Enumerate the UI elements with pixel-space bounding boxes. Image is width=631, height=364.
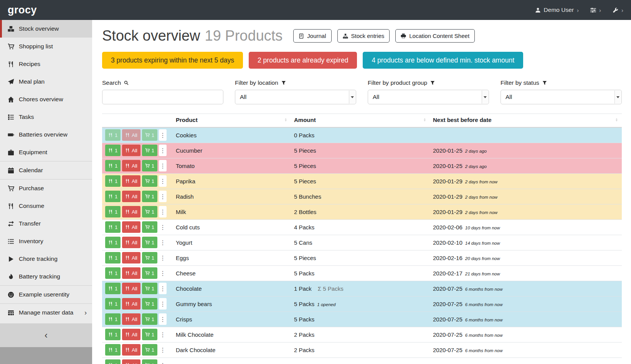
consume-all-button[interactable]: All <box>122 206 140 217</box>
consume-all-button[interactable]: All <box>122 313 140 325</box>
grocy-logo[interactable]: grocy <box>8 4 37 16</box>
add-to-shopping-list-button[interactable]: 1 <box>142 252 157 264</box>
add-to-shopping-list-button[interactable]: 1 <box>142 283 157 294</box>
row-menu-button[interactable]: ⋮ <box>159 237 167 248</box>
add-to-shopping-list-button[interactable]: 1 <box>142 329 157 340</box>
admin-menu[interactable]: › <box>613 7 623 13</box>
column-header-amount[interactable]: Amount <box>291 114 430 128</box>
column-header-next-best-before-date[interactable]: Next best before date <box>430 114 622 128</box>
consume-one-button[interactable]: 1 <box>105 298 121 310</box>
sidebar-item-equipment[interactable]: Equipment <box>0 143 92 161</box>
user-menu[interactable]: Demo User › <box>535 7 579 13</box>
consume-one-button[interactable]: 1 <box>105 160 121 171</box>
row-menu-button[interactable]: ⋮ <box>159 206 167 217</box>
consume-all-button[interactable]: All <box>122 344 140 356</box>
row-menu-button[interactable]: ⋮ <box>159 191 167 202</box>
banner-expiring[interactable]: 3 products expiring within the next 5 da… <box>102 52 243 69</box>
journal-button[interactable]: Journal <box>293 29 331 43</box>
sidebar-item-battery-tracking[interactable]: Battery tracking <box>0 268 92 285</box>
banner-expired[interactable]: 2 products are already expired <box>249 52 357 69</box>
consume-one-button[interactable]: 1 <box>105 359 121 364</box>
consume-one-button[interactable]: 1 <box>105 191 121 202</box>
row-menu-button[interactable]: ⋮ <box>159 344 167 356</box>
consume-one-button[interactable]: 1 <box>105 237 121 248</box>
row-menu-button[interactable]: ⋮ <box>159 160 167 171</box>
consume-one-button[interactable]: 1 <box>105 283 121 294</box>
consume-one-button[interactable]: 1 <box>105 329 121 340</box>
consume-one-button[interactable]: 1 <box>105 252 121 264</box>
consume-all-button[interactable]: All <box>122 237 140 248</box>
row-menu-button[interactable]: ⋮ <box>159 145 167 156</box>
consume-all-button[interactable]: All <box>122 160 140 171</box>
banner-below-min-stock[interactable]: 4 products are below defined min. stock … <box>363 52 523 69</box>
add-to-shopping-list-button[interactable]: 1 <box>142 221 157 233</box>
add-to-shopping-list-button[interactable]: 1 <box>142 206 157 217</box>
cart-icon <box>145 240 150 245</box>
column-header-product[interactable]: Product <box>173 114 291 128</box>
consume-one-button[interactable]: 1 <box>105 221 121 233</box>
sidebar-item-inventory[interactable]: Inventory <box>0 232 92 250</box>
row-menu-button[interactable]: ⋮ <box>159 359 167 364</box>
sidebar-item-recipes[interactable]: Recipes <box>0 55 92 73</box>
consume-all-button[interactable]: All <box>122 129 140 141</box>
add-to-shopping-list-button[interactable]: 1 <box>142 175 157 187</box>
consume-all-button[interactable]: All <box>122 329 140 340</box>
row-menu-button[interactable]: ⋮ <box>159 252 167 264</box>
row-menu-button[interactable]: ⋮ <box>159 329 167 340</box>
sidebar-item-batteries-overview[interactable]: Batteries overview <box>0 126 92 143</box>
sidebar-item-shopping-list[interactable]: Shopping list <box>0 38 92 55</box>
consume-one-button[interactable]: 1 <box>105 145 121 156</box>
add-to-shopping-list-button[interactable]: 1 <box>142 145 157 156</box>
sidebar-item-chores-overview[interactable]: Chores overview <box>0 91 92 108</box>
row-menu-button[interactable]: ⋮ <box>159 298 167 310</box>
sidebar-item-calendar[interactable]: Calendar <box>0 161 92 179</box>
row-menu-button[interactable]: ⋮ <box>159 313 167 325</box>
status-select[interactable]: All <box>501 90 622 104</box>
consume-all-button[interactable]: All <box>122 191 140 202</box>
sidebar-collapse-button[interactable]: ‹ <box>0 323 92 347</box>
sidebar-item-tasks[interactable]: Tasks <box>0 108 92 126</box>
add-to-shopping-list-button[interactable]: 1 <box>142 191 157 202</box>
consume-all-button[interactable]: All <box>122 359 140 364</box>
product-group-select[interactable]: All <box>368 90 489 104</box>
row-menu-button[interactable]: ⋮ <box>159 221 167 233</box>
consume-all-button[interactable]: All <box>122 298 140 310</box>
add-to-shopping-list-button[interactable]: 1 <box>142 237 157 248</box>
consume-one-button[interactable]: 1 <box>105 344 121 356</box>
add-to-shopping-list-button[interactable]: 1 <box>142 129 157 141</box>
consume-all-button[interactable]: All <box>122 267 140 279</box>
add-to-shopping-list-button[interactable]: 1 <box>142 267 157 279</box>
search-input[interactable] <box>102 90 223 104</box>
consume-all-button[interactable]: All <box>122 252 140 264</box>
stock-entries-button[interactable]: Stock entries <box>337 29 390 43</box>
consume-one-button[interactable]: 1 <box>105 313 121 325</box>
consume-all-button[interactable]: All <box>122 145 140 156</box>
location-content-sheet-button[interactable]: Location Content Sheet <box>395 29 475 43</box>
sidebar-item-consume[interactable]: Consume <box>0 197 92 215</box>
consume-one-button[interactable]: 1 <box>105 175 121 187</box>
add-to-shopping-list-button[interactable]: 1 <box>142 313 157 325</box>
row-menu-button[interactable]: ⋮ <box>159 175 167 187</box>
location-select[interactable]: All <box>235 90 356 104</box>
add-to-shopping-list-button[interactable]: 1 <box>142 160 157 171</box>
consume-one-button[interactable]: 1 <box>105 129 121 141</box>
consume-all-button[interactable]: All <box>122 221 140 233</box>
add-to-shopping-list-button[interactable]: 1 <box>142 359 157 364</box>
add-to-shopping-list-button[interactable]: 1 <box>142 298 157 310</box>
add-to-shopping-list-button[interactable]: 1 <box>142 344 157 356</box>
consume-all-button[interactable]: All <box>122 175 140 187</box>
sidebar-item-example-userentity[interactable]: Example userentity <box>0 286 92 303</box>
consume-one-button[interactable]: 1 <box>105 267 121 279</box>
sidebar-item-purchase[interactable]: Purchase <box>0 180 92 197</box>
sidebar-item-stock-overview[interactable]: Stock overview <box>0 20 92 38</box>
row-menu-button[interactable]: ⋮ <box>159 283 167 294</box>
consume-all-button[interactable]: All <box>122 283 140 294</box>
sidebar-item-meal-plan[interactable]: Meal plan <box>0 73 92 91</box>
sidebar-item-chore-tracking[interactable]: Chore tracking <box>0 250 92 268</box>
row-menu-button[interactable]: ⋮ <box>159 129 167 141</box>
sidebar-item-transfer[interactable]: Transfer <box>0 215 92 232</box>
consume-one-button[interactable]: 1 <box>105 206 121 217</box>
settings-menu[interactable]: › <box>590 7 601 13</box>
sidebar-item-manage-master-data[interactable]: Manage master data› <box>0 304 92 321</box>
row-menu-button[interactable]: ⋮ <box>159 267 167 279</box>
